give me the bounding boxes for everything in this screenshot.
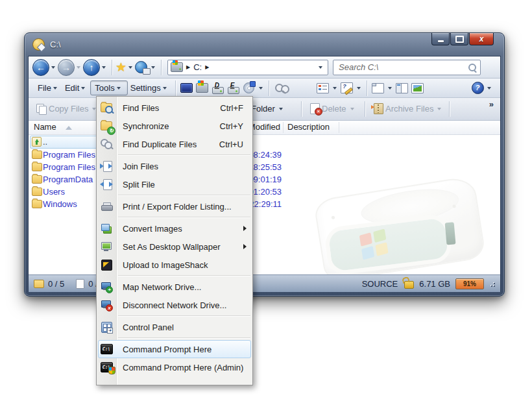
new-folder-dropdown[interactable] — [279, 108, 283, 110]
archive-files-label: Archive Files — [385, 104, 433, 114]
menu-item-map-network-drive[interactable]: + Map Network Drive... — [97, 278, 252, 296]
tools-menu-dropdown — [117, 87, 121, 90]
layout-button[interactable] — [371, 81, 385, 95]
menu-item-upload-imageshack[interactable]: Upload to ImageShack — [97, 256, 252, 274]
list-item-folder[interactable]: Windows 22:29:11 — [29, 198, 77, 210]
menu-bar: File Edit Tools Settings D E — [29, 79, 500, 98]
menu-edit[interactable]: Edit — [62, 80, 90, 95]
column-separator[interactable] — [283, 122, 284, 133]
delete-icon — [310, 103, 320, 114]
rename-icon — [341, 82, 353, 93]
menu-item-label: Find Duplicate Files — [123, 140, 197, 149]
up-button[interactable]: ↑ — [83, 59, 100, 76]
drive-e-button[interactable]: E — [226, 81, 241, 95]
menu-item-label: Print / Export Folder Listing... — [123, 202, 232, 212]
search-files-button[interactable] — [273, 81, 291, 95]
view-style-dropdown[interactable] — [333, 87, 337, 90]
menu-item-convert-images[interactable]: Convert Images — [97, 219, 252, 237]
list-item-folder[interactable]: Program Files 18:25:53 — [29, 161, 95, 173]
help-dropdown[interactable] — [487, 87, 491, 90]
network-places-icon[interactable] — [135, 61, 149, 74]
menu-item-set-wallpaper[interactable]: Set As Desktop Wallpaper — [97, 237, 252, 256]
breadcrumb-arrow-icon[interactable]: ▶ — [205, 64, 209, 70]
up-dropdown[interactable] — [102, 66, 106, 69]
preview-panel-button[interactable] — [411, 81, 425, 95]
layout-dropdown[interactable] — [388, 87, 392, 90]
menu-tools[interactable]: Tools — [90, 80, 127, 95]
toolbar-overflow-button[interactable]: » — [489, 99, 494, 109]
list-item-folder[interactable]: Program Files 08:24:39 — [29, 149, 95, 161]
menu-item-join-files[interactable]: Join Files — [97, 157, 252, 175]
rename-dropdown[interactable] — [357, 87, 361, 90]
menu-item-command-prompt-here[interactable]: C:\ Command Prompt Here — [97, 340, 252, 358]
menu-separator — [118, 315, 250, 317]
image-preview-icon — [411, 83, 424, 93]
disc-dropdown[interactable] — [259, 87, 263, 90]
window-controls: x — [431, 33, 494, 45]
minimize-button[interactable] — [431, 33, 450, 45]
view-style-button[interactable] — [316, 81, 330, 95]
rename-button[interactable] — [340, 81, 354, 95]
menu-item-shortcut: Ctrl+U — [219, 140, 243, 149]
copy-files-button[interactable]: Copy Files — [34, 101, 101, 117]
maximize-button[interactable] — [450, 33, 468, 45]
menu-item-split-file[interactable]: Split File — [97, 175, 252, 193]
search-icon[interactable] — [468, 64, 476, 71]
search-box[interactable] — [333, 60, 481, 75]
forward-dropdown[interactable] — [77, 66, 80, 69]
address-dropdown[interactable] — [319, 66, 322, 69]
convert-images-icon — [100, 222, 113, 235]
disc-button[interactable] — [242, 81, 256, 95]
menu-item-find-files[interactable]: Find Files Ctrl+F — [97, 99, 252, 117]
set-wallpaper-icon — [100, 240, 113, 253]
column-separator[interactable] — [339, 122, 339, 133]
delete-button[interactable]: Delete — [308, 101, 359, 117]
close-icon: x — [479, 35, 484, 43]
menu-settings[interactable]: Settings — [128, 80, 172, 95]
menu-separator — [118, 217, 250, 218]
delete-label: Delete — [322, 104, 346, 114]
menu-item-find-duplicate-files[interactable]: Find Duplicate Files Ctrl+U — [97, 135, 252, 153]
menu-item-print-export[interactable]: Print / Export Folder Listing... — [97, 197, 252, 215]
back-button[interactable]: ← — [32, 59, 49, 76]
drive-d-button[interactable]: D — [211, 81, 225, 95]
network-dropdown[interactable] — [151, 66, 155, 69]
desktop-button[interactable] — [180, 81, 194, 95]
list-item-folder[interactable]: Users 01:20:53 — [29, 186, 65, 198]
forward-button[interactable]: → — [58, 59, 75, 76]
menu-item-synchronize[interactable]: ↻ Synchronize Ctrl+Y — [97, 117, 252, 135]
dual-panel-button[interactable] — [395, 81, 409, 95]
menu-item-label: Map Network Drive... — [123, 282, 201, 292]
help-button[interactable]: ? — [470, 81, 485, 95]
resize-grip[interactable] — [489, 281, 495, 287]
menu-file[interactable]: File — [35, 80, 62, 95]
search-input[interactable] — [337, 62, 468, 73]
list-item-up[interactable]: .. — [29, 136, 47, 148]
file-name: Program Files — [43, 162, 95, 172]
back-dropdown[interactable] — [51, 66, 55, 69]
breadcrumb-arrow-icon[interactable]: ▶ — [186, 64, 190, 70]
column-header-description[interactable]: Description — [287, 122, 330, 132]
favorites-star-icon[interactable]: ★ — [115, 61, 127, 73]
command-prompt-icon: C:\ — [100, 343, 113, 356]
file-name: Program Files — [43, 150, 95, 160]
imageshack-icon — [100, 258, 113, 271]
help-icon: ? — [472, 82, 484, 94]
menu-item-command-prompt-admin[interactable]: C:\ Command Prompt Here (Admin) — [97, 358, 252, 376]
menu-edit-label: Edit — [65, 83, 79, 93]
address-bar[interactable]: ▶ C: ▶ — [167, 60, 328, 75]
breadcrumb-drive[interactable]: C: — [193, 62, 202, 72]
list-item-folder[interactable]: ProgramData 09:01:19 — [29, 173, 93, 186]
sort-ascending-icon — [66, 126, 72, 130]
computer-button[interactable] — [195, 81, 210, 95]
menu-separator — [118, 275, 250, 276]
archive-files-button[interactable]: Archive Files — [371, 101, 446, 117]
column-header-name[interactable]: Name — [34, 122, 72, 132]
menu-item-disconnect-network-drive[interactable]: x Disconnect Network Drive... — [97, 296, 252, 314]
unlocked-padlock-icon[interactable] — [404, 281, 414, 289]
menu-item-control-panel[interactable]: ➜ Control Panel — [97, 318, 252, 336]
favorites-dropdown[interactable] — [128, 66, 132, 69]
close-button[interactable]: x — [469, 33, 494, 45]
print-icon — [100, 200, 113, 213]
folder-icon — [32, 188, 42, 196]
